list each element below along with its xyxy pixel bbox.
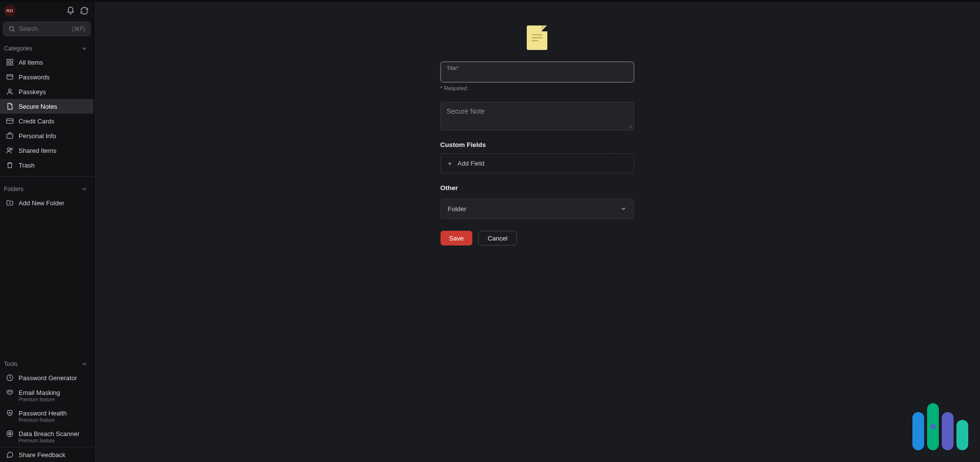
premium-badge: Premium feature [6,418,55,423]
section-header-tools[interactable]: Tools [0,356,94,370]
premium-badge: Premium feature [6,438,55,443]
chevron-down-icon [81,186,88,193]
save-button[interactable]: Save [441,231,473,245]
svg-rect-3 [7,63,9,65]
sidebar-item-label: Data Breach Scanner [19,430,79,438]
main-content: Title* * Required Custom Fields Add Fiel… [94,0,980,462]
search-field[interactable] [19,25,68,32]
sidebar-item-all-items[interactable]: All Items [0,55,94,70]
widget-bar [927,403,939,450]
chat-icon [6,451,14,459]
resize-handle-icon[interactable] [628,124,633,129]
folder-select[interactable]: Folder [441,198,634,219]
heart-pulse-icon [6,409,14,417]
chevron-down-icon [81,45,88,52]
premium-badge: Premium feature [6,397,55,402]
svg-rect-1 [7,59,9,62]
svg-point-6 [8,89,11,92]
svg-point-10 [10,148,12,150]
credit-card-icon [6,117,14,125]
assistant-widget[interactable] [912,403,968,450]
sidebar-item-label: Passkeys [19,88,46,96]
folder-plus-icon [6,199,14,207]
search-icon [8,25,15,32]
sidebar-item-password-health[interactable]: Password Health Premium feature [0,406,94,426]
search-input[interactable]: (⌘F) [3,22,91,36]
sidebar-item-label: Email Masking [19,389,60,396]
sidebar-item-label: Password Health [19,410,67,417]
sidebar-item-password-generator[interactable]: Password Generator [0,370,94,385]
secure-note-field[interactable] [441,102,634,130]
section-header-categories[interactable]: Categories [0,40,94,55]
sidebar-item-email-masking[interactable]: Email Masking Premium feature [0,385,94,406]
section-header-folders[interactable]: Folders [0,181,94,195]
title-input[interactable] [447,72,628,79]
svg-rect-4 [10,63,13,65]
grid-icon [6,58,14,66]
sidebar-item-personal-info[interactable]: Personal Info [0,128,94,143]
sync-icon[interactable] [80,6,89,15]
required-note: * Required [441,85,634,91]
briefcase-icon [6,132,14,140]
plus-icon [447,161,453,167]
title-label: Title* [447,65,628,71]
users-icon [6,146,14,154]
sidebar-item-credit-cards[interactable]: Credit Cards [0,114,94,128]
sidebar-item-data-breach-scanner[interactable]: Data Breach Scanner Premium feature [0,426,94,447]
note-icon [6,102,14,110]
sidebar-item-passwords[interactable]: Passwords [0,70,94,84]
sidebar-item-add-new-folder[interactable]: Add New Folder [0,195,94,210]
sidebar-item-share-feedback[interactable]: Share Feedback [0,447,94,462]
sidebar-item-label: Shared Items [19,147,56,154]
notifications-icon[interactable] [66,6,75,15]
sidebar-item-secure-notes[interactable]: Secure Notes [0,99,94,114]
chevron-down-icon [620,205,627,212]
secure-note-form: Title* * Required Custom Fields Add Fiel… [441,25,634,462]
sidebar-item-label: Add New Folder [19,199,64,207]
globe-icon [6,73,14,81]
svg-rect-5 [7,74,13,79]
svg-point-13 [10,391,11,392]
cancel-button[interactable]: Cancel [478,231,516,245]
mask-icon [6,389,14,396]
sidebar-item-label: Share Feedback [19,451,65,459]
custom-fields-header: Custom Fields [441,141,634,148]
sidebar: RD (⌘F) Categories [0,0,94,462]
folder-select-label: Folder [448,205,466,213]
svg-rect-8 [7,134,13,139]
section-label: Folders [4,186,24,193]
sidebar-item-label: Trash [19,162,35,169]
widget-bar [956,420,968,450]
widget-dot [931,424,935,429]
sidebar-item-shared-items[interactable]: Shared Items [0,143,94,158]
divider [0,176,94,177]
sidebar-item-label: Secure Notes [19,103,57,110]
svg-rect-2 [10,59,13,62]
sidebar-item-label: All Items [19,59,43,66]
avatar[interactable]: RD [4,5,16,17]
sidebar-item-label: Credit Cards [19,118,54,125]
sidebar-item-label: Passwords [19,73,50,81]
sidebar-item-label: Password Generator [19,374,77,382]
section-label: Categories [4,45,32,52]
svg-point-12 [8,391,9,392]
sidebar-item-label: Personal Info [19,132,56,140]
sidebar-item-passkeys[interactable]: Passkeys [0,84,94,99]
form-buttons: Save Cancel [441,231,634,245]
search-hint: (⌘F) [72,25,85,32]
sidebar-item-trash[interactable]: Trash [0,158,94,172]
avatar-initials: RD [6,8,13,13]
add-field-label: Add Field [458,160,485,167]
chevron-down-icon [81,361,88,367]
sidebar-header: RD [0,0,94,20]
widget-bar [912,412,924,450]
add-field-button[interactable]: Add Field [441,153,634,173]
svg-point-9 [7,148,10,150]
secure-note-textarea[interactable] [447,107,628,123]
note-type-icon [441,25,634,50]
trash-icon [6,161,14,169]
title-field[interactable]: Title* [441,62,634,82]
section-label: Tools [4,361,18,367]
radar-icon [6,430,14,438]
other-header: Other [441,184,634,192]
